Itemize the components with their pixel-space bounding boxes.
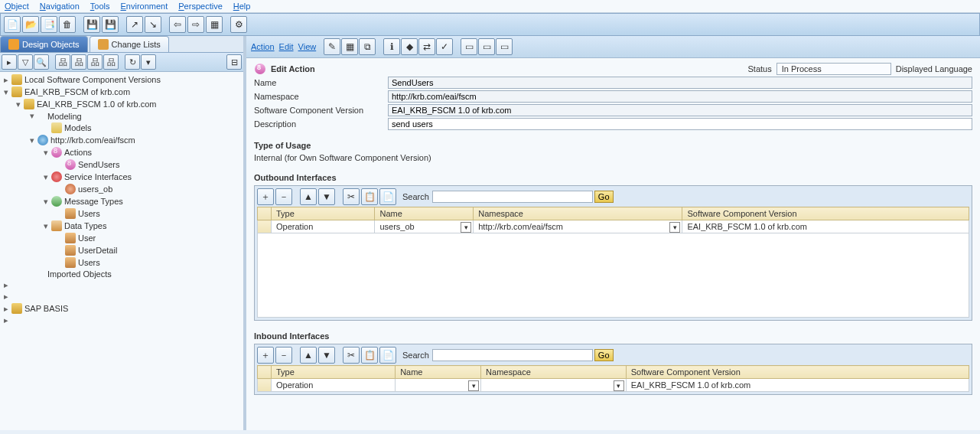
toggle2-icon[interactable]: ▭	[478, 38, 495, 55]
tree-collapse-icon[interactable]: ⊟	[226, 54, 242, 70]
desc-field[interactable]	[388, 118, 972, 130]
col-type[interactable]: Type	[272, 207, 375, 220]
display-edit-icon[interactable]: ✎	[324, 38, 340, 55]
tree-dt-user[interactable]: User	[0, 232, 243, 244]
tree-dt-users[interactable]: Users	[0, 256, 243, 269]
tab-design-objects[interactable]: Design Objects	[0, 36, 88, 52]
copy-row-icon[interactable]: 📋	[361, 188, 378, 205]
col-ns[interactable]: Namespace	[481, 366, 627, 379]
menu-tools[interactable]: Tools	[90, 2, 110, 11]
outbound-go-button[interactable]: Go	[594, 191, 614, 203]
tree-collapsed-1[interactable]: ▸	[0, 279, 243, 291]
tree-usersob[interactable]: users_ob	[0, 183, 243, 195]
add-row-icon[interactable]: ＋	[257, 188, 274, 205]
tree-hier1-icon[interactable]: 品	[55, 54, 70, 70]
move-down-icon[interactable]: ▼	[318, 188, 335, 205]
new-icon[interactable]: 📄	[4, 16, 21, 33]
export-icon[interactable]: ↗	[126, 16, 143, 33]
move-up-icon[interactable]: ▲	[300, 347, 317, 364]
copy-icon[interactable]: 📑	[41, 16, 57, 33]
lock-icon[interactable]: ▦	[341, 38, 358, 55]
paste-icon[interactable]: 📄	[379, 347, 396, 364]
activate-icon[interactable]: ⚙	[230, 16, 247, 33]
cut-icon[interactable]: ✂	[343, 347, 360, 364]
tree-search-icon[interactable]: 🔍	[34, 54, 49, 70]
tree-filter-icon[interactable]: ▽	[18, 54, 33, 70]
tree-refresh-icon[interactable]: ↻	[125, 54, 140, 70]
tree-dt[interactable]: ▾Data Types	[0, 220, 243, 232]
col-scv[interactable]: Software Component Version	[682, 207, 969, 220]
col-name[interactable]: Name	[396, 366, 481, 379]
move-up-icon[interactable]: ▲	[300, 188, 317, 205]
status-label: Status	[748, 64, 772, 73]
tree-modeling[interactable]: ▾Modeling	[0, 110, 243, 122]
tree-mt-users[interactable]: Users	[0, 207, 243, 220]
save-icon[interactable]: 💾	[83, 16, 100, 33]
where-used-icon[interactable]: ⇄	[418, 38, 435, 55]
delete-icon[interactable]: 🗑	[59, 16, 76, 33]
tree-collapsed-3[interactable]: ▸	[0, 315, 243, 326]
value-help-icon[interactable]: ▾	[468, 380, 479, 391]
tree-dt-userdetail[interactable]: UserDetail	[0, 244, 243, 256]
value-help-icon[interactable]: ▾	[614, 380, 624, 391]
tree-more-icon[interactable]: ▾	[141, 54, 156, 70]
add-row-icon[interactable]: ＋	[257, 347, 274, 364]
tree-collapsed-2[interactable]: ▸	[0, 291, 243, 302]
value-help-icon[interactable]: ▾	[669, 222, 680, 233]
tree-swc[interactable]: ▾EAI_KRB_FSCM of krb.com	[0, 86, 243, 98]
open-icon[interactable]: 📂	[22, 16, 39, 33]
tree-models[interactable]: Models	[0, 122, 243, 134]
col-ns[interactable]: Namespace	[474, 207, 682, 220]
menu-help[interactable]: Help	[233, 2, 251, 11]
menu-perspective[interactable]: Perspective	[178, 2, 222, 11]
copy-row-icon[interactable]: 📋	[361, 347, 378, 364]
toggle3-icon[interactable]: ▭	[496, 38, 513, 55]
tree-expand-icon[interactable]: ▸	[2, 54, 17, 70]
menu-action[interactable]: Action	[251, 42, 275, 51]
move-down-icon[interactable]: ▼	[318, 347, 335, 364]
tree-mt[interactable]: ▾Message Types	[0, 195, 243, 207]
import-icon[interactable]: ↘	[145, 16, 161, 33]
tab-change-lists[interactable]: Change Lists	[90, 36, 169, 52]
table-row[interactable]: Operation ▾ ▾ EAI_KRB_FSCM 1.0 of krb.co…	[258, 379, 969, 392]
cut-icon[interactable]: ✂	[343, 188, 360, 205]
col-name[interactable]: Name	[375, 207, 474, 220]
col-type[interactable]: Type	[272, 366, 396, 379]
tree-swcv[interactable]: ▾EAI_KRB_FSCM 1.0 of krb.com	[0, 98, 243, 110]
tree-actions[interactable]: ▾Actions	[0, 146, 243, 158]
menu-view[interactable]: View	[298, 42, 317, 51]
forward-icon[interactable]: ⇨	[187, 16, 204, 33]
check-icon[interactable]: ◆	[401, 38, 418, 55]
tree-hier2-icon[interactable]: 品	[71, 54, 86, 70]
paste-icon[interactable]: 📄	[379, 188, 396, 205]
tree-si[interactable]: ▾Service Interfaces	[0, 171, 243, 183]
tree-sendusers[interactable]: SendUsers	[0, 158, 243, 171]
table-row[interactable]: Operation users_ob▾ http://krb.com/eai/f…	[258, 220, 969, 233]
menu-navigation[interactable]: Navigation	[40, 2, 80, 11]
inbound-go-button[interactable]: Go	[594, 349, 614, 361]
outbound-search-input[interactable]	[432, 191, 593, 203]
namespace-field	[388, 90, 972, 103]
back-icon[interactable]: ⇦	[169, 16, 186, 33]
activate-obj-icon[interactable]: ✓	[436, 38, 453, 55]
col-scv[interactable]: Software Component Version	[626, 366, 969, 379]
menu-edit[interactable]: Edit	[279, 42, 294, 51]
del-row-icon[interactable]: －	[275, 347, 292, 364]
toggle1-icon[interactable]: ▭	[461, 38, 477, 55]
tree-namespace[interactable]: ▾http://krb.com/eai/fscm	[0, 134, 243, 146]
menu-environment[interactable]: Environment	[121, 2, 168, 11]
tab-design-label: Design Objects	[22, 40, 80, 49]
del-row-icon[interactable]: －	[275, 188, 292, 205]
inbound-search-input[interactable]	[432, 349, 593, 361]
tree-sapbasis[interactable]: ▸SAP BASIS	[0, 302, 243, 315]
window-icon[interactable]: ▦	[206, 16, 223, 33]
info-icon[interactable]: ℹ	[383, 38, 400, 55]
tree-lscv[interactable]: ▸Local Software Component Versions	[0, 73, 243, 86]
menu-object[interactable]: Object	[5, 2, 29, 11]
saveall-icon[interactable]: 💾	[102, 16, 119, 33]
copy-obj-icon[interactable]: ⧉	[359, 38, 376, 55]
value-help-icon[interactable]: ▾	[461, 222, 471, 233]
tree-hier3-icon[interactable]: 品	[87, 54, 103, 70]
tree-hier4-icon[interactable]: 品	[103, 54, 119, 70]
tree-imported[interactable]: Imported Objects	[0, 269, 243, 279]
